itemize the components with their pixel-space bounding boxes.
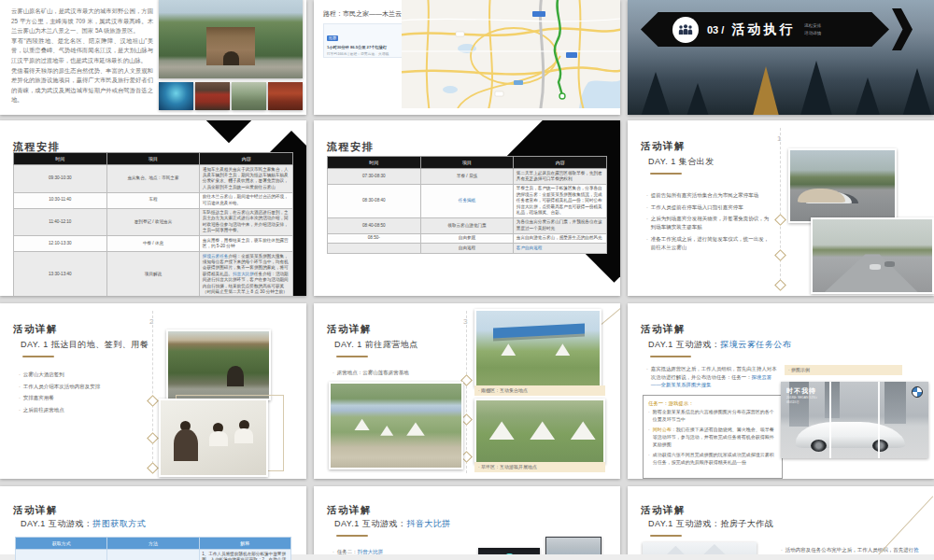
puzzle-divider bbox=[829, 382, 831, 458]
list-item: ·准备工作完成之后，进行简短发车仪式，统一出发，前往木兰云雾山 bbox=[646, 235, 770, 252]
highlight-text: 同时公布 bbox=[653, 427, 672, 432]
ad-subtext: 2018款 SEDAN 525Li 现已到店 bbox=[786, 396, 817, 405]
recommended-badge: 推荐 bbox=[327, 35, 338, 41]
text-segment: 领取云雾山游览门票 bbox=[447, 223, 486, 228]
text-segment: 第二天早上起床后在露营区领取早餐，先到者具有充足选择可口早餐的权利 bbox=[517, 171, 602, 181]
section-side-item: 流程安排 bbox=[804, 22, 821, 30]
slide-thumbnail-intro[interactable]: 云雾山原名矿山，是武汉市最大的城市郊野公园，方圆 25 平方公里，主峰海拔 70… bbox=[0, 0, 306, 115]
building-shape bbox=[825, 382, 840, 418]
bullet-dot: · bbox=[333, 369, 334, 377]
list-item: ·之后为到场嘉宾分发相关物资，并签署免责协议，为到场车辆安装主题车贴 bbox=[646, 215, 770, 231]
diamond-marker bbox=[147, 395, 159, 407]
section-side-item: 活动详情 bbox=[804, 30, 821, 37]
day-subtitle: DAY. 1 集合出发 bbox=[648, 156, 715, 168]
slide-thumbnail-schedule-day2[interactable]: 流程安排 时间项目内容07:30-08:30早餐 / 晨练第二天早上起床后在露营… bbox=[314, 120, 620, 296]
text-segment: 工作人员介绍本次活动内容及安排 bbox=[23, 384, 101, 389]
people-group-icon bbox=[672, 17, 699, 43]
car-shape bbox=[870, 264, 881, 269]
list-item: ·工作人员提前在停车场入口指引嘉宾停车 bbox=[646, 203, 770, 212]
table-cell: 客户自由返程 bbox=[514, 244, 607, 253]
slide-title: 活动详解 bbox=[641, 140, 686, 153]
text-segment: 活动内容及任务公布完毕之后，工作人员组织，首先进行 bbox=[785, 547, 914, 553]
intro-paragraph: 凭借着得天独厚的原生态自然优势、丰富的人文景观和差异化的旅游设施项目，赢得广大市… bbox=[11, 66, 153, 105]
gold-underline bbox=[650, 535, 682, 537]
slide-thumbnail-day1-task[interactable]: 活动详解 DAY.1 互动游戏：探境云雾任务公布 ·嘉宾抵达露营区之后，工作人员… bbox=[628, 303, 934, 479]
table-header-row: 获取方式方法解释 bbox=[16, 538, 291, 550]
tent-shape bbox=[489, 421, 515, 440]
road-shape bbox=[813, 254, 932, 292]
slide-thumbnail-schedule-day1[interactable]: 流程安排 时间项目内容09:30-10:30嘉宾集合。地点：市民之家通知车主及相… bbox=[0, 120, 306, 296]
day-subtitle: DAY. 1 前往露营地点 bbox=[334, 339, 418, 351]
blue-roof-shape bbox=[493, 323, 585, 338]
table-cell: 08:30-08:40 bbox=[328, 184, 421, 217]
text-segment: 07:30-08:30 bbox=[362, 174, 386, 178]
intro-paragraph: 云雾山原名矿山，是武汉市最大的城市郊野公园，方圆 25 平方公里，主峰海拔 70… bbox=[11, 7, 153, 36]
photo-hotel bbox=[166, 329, 271, 400]
list-item: ·提前告知所有嘉宾活动集合点为市民之家停车场 bbox=[646, 191, 770, 200]
section-title: 活动执行 bbox=[731, 21, 795, 38]
gold-underline bbox=[336, 535, 368, 537]
bullet-dot: · bbox=[646, 365, 648, 389]
text-segment: 签到登记 / 欢迎嘉宾 bbox=[134, 219, 173, 224]
photo-caption: · 拼图示例 bbox=[785, 365, 902, 375]
text-segment: 工作人员提前在停车场入口指引嘉宾停车 bbox=[651, 204, 743, 210]
table-cell: 为各位嘉宾分发云雾山门票，并预祝各位在这里度过一个美好时光 bbox=[514, 217, 607, 233]
data-table: 时间项目内容07:30-08:30早餐 / 晨练第二天早上起床后在露营区领取早餐… bbox=[327, 156, 607, 254]
intro-text: 云雾山原名矿山，是武汉市最大的城市郊野公园，方圆 25 平方公里，主峰海拔 70… bbox=[11, 7, 153, 105]
slide-thumbnail-day1-campsite[interactable]: 活动详解 3 DAY. 1 前往露营地点 ·露营地点：云雾山莲客露营基地 · 雨… bbox=[314, 303, 620, 479]
diamond-marker bbox=[147, 432, 159, 444]
photo-caption: · 雨棚区：互动集合地点 bbox=[474, 385, 605, 396]
slide-thumbnail-day1-depart[interactable]: 活动详解 1 DAY. 1 集合出发 ·提前告知所有嘉宾活动集合点为市民之家停车… bbox=[628, 120, 934, 296]
slide-thumbnail-day1-douyin[interactable]: 活动详解 DAY.1 互动游戏：抖音大比拼 ·任务二：抖音大比拼 bbox=[314, 486, 620, 560]
list-item: ·嘉宾抵达露营区之后，工作人员组织，首先由主持人对本次活动进行解说，并公布活动任… bbox=[646, 365, 777, 389]
text-segment: 之后前往露营地点 bbox=[23, 407, 64, 413]
gold-underline bbox=[650, 173, 682, 175]
list-item: ·工作人员介绍本次活动内容及安排 bbox=[19, 383, 142, 391]
task-box-label: 任务一：游戏提示： bbox=[648, 399, 777, 407]
column-header: 项目 bbox=[106, 153, 200, 165]
table-row: 10:30-11:40车程前往木兰云雾山，期间途中经过合适的环境，可沿途休息及补… bbox=[14, 192, 293, 208]
intro-paragraph: 享有“西陵胜地、楚北名区、陪京陲障、汉地祖山”美誉，以重峦叠嶂、气势雄伟而闻名江… bbox=[11, 36, 153, 66]
bullet-dot: · bbox=[646, 215, 648, 231]
text-segment: 成功获得六张不同且完成拼图的玩家或成功完成探境云雾积分任务，按完成的先后顺序获得… bbox=[653, 452, 774, 465]
bullet-dot: · bbox=[648, 409, 650, 424]
subtitle-link: 探境云雾任务公布 bbox=[720, 340, 791, 349]
car-shape bbox=[798, 189, 846, 203]
day-subtitle: DAY.1 互动游戏：抖音大比拼 bbox=[334, 518, 451, 530]
highlight-text: 客户自由返程 bbox=[517, 245, 543, 250]
photo-aquarium bbox=[159, 82, 193, 110]
section-number: 03 / bbox=[707, 24, 724, 35]
bullet-dot: · bbox=[19, 371, 21, 379]
table-cell: 嘉宾用餐，用餐结束之后，驱车前往休憩露营区，约 5-20 分钟 bbox=[200, 236, 293, 252]
route-map-image bbox=[402, 0, 620, 108]
caption-bullet: · bbox=[478, 387, 480, 393]
slide-thumbnail-day1-puzzle[interactable]: 活动详解 DAY.1 互动游戏：拼图获取方式 获取方式方法解释方式一随机1、工作… bbox=[0, 486, 306, 560]
text-segment: 嘉宾集合。地点：市民之家 bbox=[127, 175, 178, 180]
table-row: 12:10-13:30中餐 / 休息嘉宾用餐，用餐结束之后，驱车前往休憩露营区，… bbox=[14, 236, 293, 252]
table-cell: 随机 bbox=[107, 550, 199, 560]
subtitle-link: 拼图获取方式 bbox=[92, 519, 146, 528]
slide-title: 活动详解 bbox=[327, 504, 372, 517]
gold-underline bbox=[22, 356, 54, 357]
slide-thumbnail-day1-arrive[interactable]: 活动详解 2 DAY. 1 抵达目的地、签到、用餐 ·云雾山大酒店签到·工作人员… bbox=[0, 303, 306, 479]
table-row: 11:40-12:10签到登记 / 欢迎嘉宾车队抵达之后，在云雾山大酒店进行签到… bbox=[14, 208, 293, 236]
table-cell: 第二天早上起床后在露营区领取早餐，先到者具有充足选择可口早餐的权利 bbox=[514, 169, 607, 185]
ad-headline: 时不我待 bbox=[786, 386, 816, 396]
wheel-shape bbox=[872, 440, 888, 452]
bullet-dot: · bbox=[19, 406, 21, 414]
slide-sorter-grid: 云雾山原名矿山，是武汉市最大的城市郊野公园，方圆 25 平方公里，主峰海拔 70… bbox=[0, 0, 934, 560]
text-segment: 08:50- bbox=[368, 235, 380, 240]
caption-bullet: · bbox=[788, 367, 790, 372]
subtitle-link: 抖音大比拼 bbox=[406, 519, 451, 528]
text-segment: 嘉宾用餐，用餐结束之后，驱车前往休憩露营区，约 5-20 分钟 bbox=[203, 238, 289, 248]
tent-shape bbox=[571, 421, 596, 440]
bullet-dot: · bbox=[648, 427, 650, 448]
list-item: ·云雾山大酒店签到 bbox=[19, 371, 142, 379]
data-table: 获取方式方法解释方式一随机1、工作人员将提前随机在部分帐篷中放置拼图，入住帐篷中… bbox=[15, 537, 291, 560]
text-segment: 11:40-12:10 bbox=[49, 219, 71, 224]
slide-thumbnail-route[interactable]: 路程：市民之家——木兰云雾山 推荐 1小时30分钟 86.5公里 27个红绿灯 … bbox=[314, 0, 620, 115]
text-segment: 安排嘉宾用餐 bbox=[23, 395, 54, 400]
slide-thumbnail-section-03[interactable]: 03 / 活动执行 流程安排 活动详情 bbox=[628, 0, 934, 115]
slide-thumbnail-day1-house[interactable]: 活动详解 DAY.1 互动游戏：抢房子大作战 ·活动内容及任务公布完毕之后，工作… bbox=[628, 486, 934, 560]
table-cell: 13:30-13:40 bbox=[14, 252, 107, 296]
